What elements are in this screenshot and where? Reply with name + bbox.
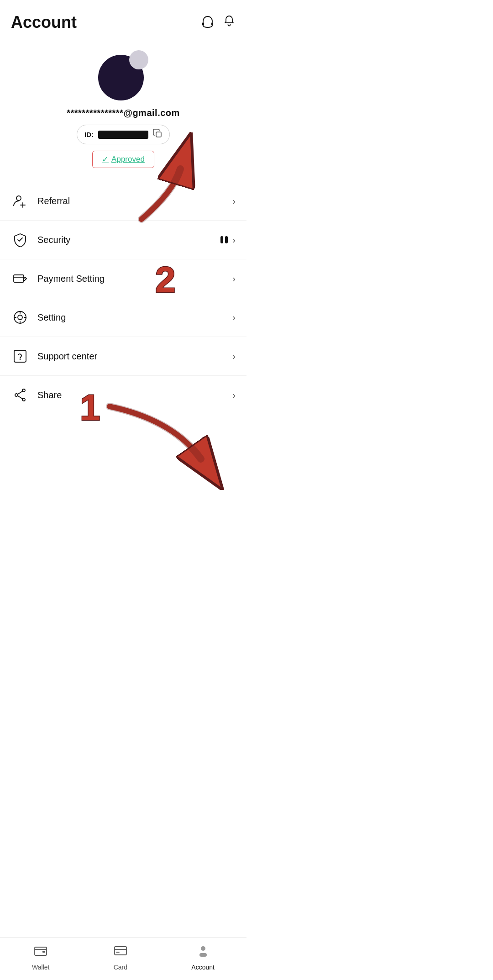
menu-item-setting[interactable]: Setting ›	[0, 298, 246, 337]
shield-check-icon	[11, 231, 29, 249]
svg-line-20	[18, 396, 23, 399]
svg-point-15	[20, 359, 21, 360]
menu-item-security[interactable]: Security ›	[0, 221, 246, 259]
menu-item-referral[interactable]: Referral ›	[0, 182, 246, 221]
id-value	[98, 131, 148, 139]
svg-point-3	[16, 196, 21, 200]
menu-item-payment-setting[interactable]: Payment Setting ›	[0, 259, 246, 298]
approved-label: Approved	[111, 155, 145, 164]
svg-point-9	[18, 315, 22, 320]
menu-item-support-center[interactable]: Support center ›	[0, 337, 246, 376]
profile-section: ***************@gmail.com ID: ✓ Approved	[0, 39, 246, 177]
user-plus-icon	[11, 192, 29, 210]
security-label: Security	[37, 235, 220, 245]
svg-rect-1	[211, 22, 213, 26]
support-center-label: Support center	[37, 351, 232, 362]
question-box-icon	[11, 347, 29, 365]
referral-label: Referral	[37, 196, 232, 206]
bell-icon[interactable]	[223, 15, 236, 31]
setting-label: Setting	[37, 312, 232, 323]
id-label: ID:	[84, 131, 94, 138]
chevron-right-icon: ›	[232, 196, 236, 206]
approved-badge[interactable]: ✓ Approved	[92, 151, 154, 168]
header: Account	[0, 0, 246, 39]
copy-icon[interactable]	[153, 129, 162, 140]
share-label: Share	[37, 390, 232, 400]
avatar-accent	[129, 50, 148, 69]
security-badge	[220, 236, 228, 243]
headset-icon[interactable]	[201, 14, 215, 31]
chevron-right-icon: ›	[232, 274, 236, 284]
page-title: Account	[11, 13, 77, 32]
user-id-pill: ID:	[77, 125, 170, 144]
svg-line-19	[18, 391, 23, 395]
chevron-right-icon: ›	[232, 235, 236, 245]
card-edit-icon	[11, 269, 29, 288]
check-circle-icon: ✓	[102, 154, 109, 164]
chevron-right-icon: ›	[232, 390, 236, 400]
chevron-right-icon: ›	[232, 312, 236, 323]
svg-rect-6	[14, 275, 24, 282]
gear-shield-icon	[11, 308, 29, 327]
svg-rect-14	[14, 350, 26, 362]
svg-rect-0	[202, 22, 204, 26]
payment-setting-label: Payment Setting	[37, 274, 232, 284]
user-email: ***************@gmail.com	[67, 108, 180, 118]
share-icon	[11, 386, 29, 404]
avatar	[98, 50, 148, 100]
menu-item-share[interactable]: Share ›	[0, 376, 246, 414]
header-actions	[201, 14, 236, 31]
svg-rect-2	[156, 132, 161, 137]
chevron-right-icon: ›	[232, 351, 236, 362]
menu-list: Referral › Security › Payment Setting ›	[0, 177, 246, 419]
